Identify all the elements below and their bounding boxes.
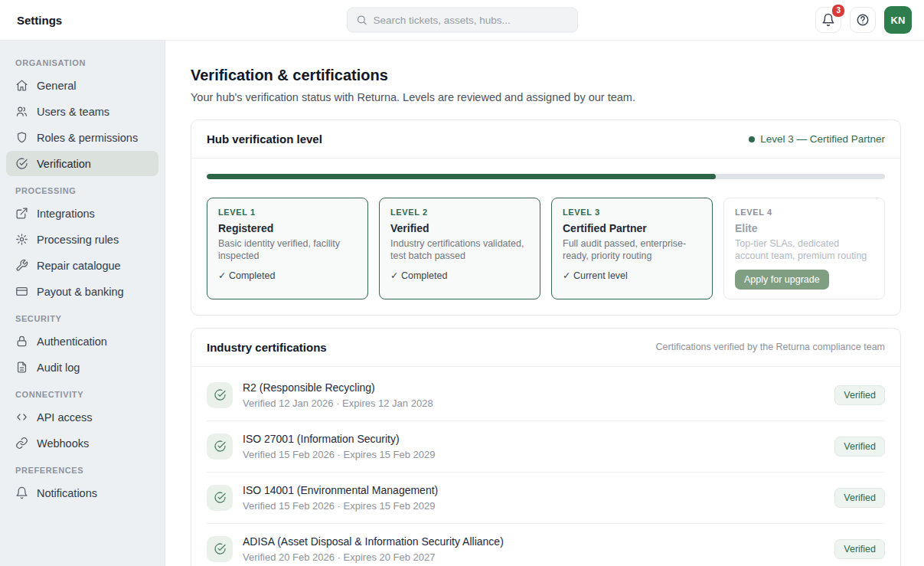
certification-name: R2 (Responsible Recycling)	[243, 381, 824, 394]
certification-text: R2 (Responsible Recycling)Verified 12 Ja…	[243, 381, 824, 409]
level-status: ✓ Current level	[563, 270, 701, 281]
current-level-status: Level 3 — Certified Partner	[749, 133, 885, 145]
sidebar-item-label: Payout & banking	[37, 286, 124, 298]
verified-badge: Verified	[834, 488, 885, 508]
sidebar-item-verification[interactable]: Verification	[6, 151, 158, 176]
top-bar: Settings 3 KN	[0, 0, 924, 41]
level-status: ✓ Completed	[390, 270, 529, 281]
sidebar-item-label: General	[37, 80, 77, 92]
level-card-3: LEVEL 3Certified PartnerFull audit passe…	[551, 198, 713, 299]
hub-verification-title: Hub verification level	[207, 133, 322, 146]
sidebar-item-notifications[interactable]: Notifications	[6, 480, 158, 505]
search-icon	[356, 15, 367, 26]
sidebar-item-label: Verification	[37, 158, 91, 170]
certification-dates: Verified 15 Feb 2026 · Expires 15 Feb 20…	[243, 500, 824, 512]
sidebar-item-roles-permissions[interactable]: Roles & permissions	[6, 125, 158, 150]
verified-badge: Verified	[834, 385, 885, 405]
users-icon	[15, 105, 28, 118]
sidebar: ORGANISATIONGeneralUsers & teamsRoles & …	[0, 41, 165, 566]
sidebar-item-webhooks[interactable]: Webhooks	[6, 430, 158, 456]
certification-dates: Verified 20 Feb 2026 · Expires 20 Feb 20…	[243, 551, 824, 563]
sidebar-item-integrations[interactable]: Integrations	[6, 201, 158, 226]
certification-text: ISO 14001 (Environmental Management)Veri…	[243, 484, 824, 512]
level-tag: LEVEL 1	[218, 208, 357, 217]
level-tag: LEVEL 4	[735, 208, 873, 217]
level-name: Certified Partner	[563, 222, 701, 234]
check-circle-icon	[15, 157, 28, 170]
level-description: Full audit passed, enterprise-ready, pri…	[563, 237, 701, 263]
global-search[interactable]	[347, 8, 578, 33]
verified-badge: Verified	[834, 437, 885, 456]
level-name: Elite	[735, 222, 873, 234]
sidebar-item-authentication[interactable]: Authentication	[6, 329, 158, 354]
sidebar-section-label: PROCESSING	[15, 186, 149, 195]
industry-certifications-card: Industry certifications Certifications v…	[191, 328, 901, 566]
certification-name: ISO 14001 (Environmental Management)	[243, 484, 824, 496]
certification-row: ISO 27001 (Information Security)Verified…	[207, 421, 885, 473]
sidebar-item-label: Users & teams	[37, 106, 109, 118]
notification-count-badge: 3	[831, 3, 846, 18]
user-avatar[interactable]: KN	[884, 6, 912, 34]
sidebar-section-label: CONNECTIVITY	[15, 390, 149, 399]
current-level-label: Level 3 — Certified Partner	[760, 133, 885, 145]
certification-row: ADISA (Asset Disposal & Information Secu…	[207, 524, 885, 566]
page-subtitle: Your hub's verification status with Retu…	[191, 91, 901, 103]
sidebar-item-label: Integrations	[37, 208, 95, 220]
level-card-1: LEVEL 1RegisteredBasic identity verified…	[207, 198, 368, 299]
certification-dates: Verified 15 Feb 2026 · Expires 15 Feb 20…	[243, 449, 824, 460]
compliance-note: Certifications verified by the Returna c…	[656, 342, 885, 352]
sidebar-item-label: Processing rules	[37, 234, 119, 246]
certification-text: ISO 27001 (Information Security)Verified…	[243, 433, 824, 460]
level-description: Industry certifications validated, test …	[390, 237, 529, 263]
industry-certifications-header: Industry certifications Certifications v…	[191, 329, 900, 367]
page-title: Verification & certifications	[191, 67, 901, 84]
level-status: ✓ Completed	[218, 270, 357, 281]
sidebar-item-api-access[interactable]: API access	[6, 404, 158, 430]
search-input[interactable]	[374, 15, 569, 26]
sidebar-section-label: SECURITY	[15, 314, 149, 323]
help-icon	[856, 13, 870, 27]
app-title: Settings	[17, 14, 62, 27]
verified-check-icon	[207, 485, 233, 511]
level-name: Registered	[218, 222, 357, 234]
level-card-2: LEVEL 2VerifiedIndustry certifications v…	[379, 198, 540, 299]
lock-icon	[15, 335, 28, 348]
sidebar-item-label: Webhooks	[37, 437, 89, 450]
sidebar-item-processing-rules[interactable]: Processing rules	[6, 227, 158, 252]
hub-verification-card-header: Hub verification level Level 3 — Certifi…	[191, 120, 900, 159]
hub-verification-card-body: LEVEL 1RegisteredBasic identity verified…	[191, 159, 900, 315]
certification-list: R2 (Responsible Recycling)Verified 12 Ja…	[191, 367, 900, 566]
sidebar-section-label: PREFERENCES	[15, 466, 149, 475]
notifications-button[interactable]: 3	[815, 7, 841, 33]
level-description: Top-tier SLAs, dedicated account team, p…	[735, 237, 873, 263]
level-description: Basic identity verified, facility inspec…	[218, 237, 357, 263]
link-icon	[15, 437, 28, 450]
topbar-actions: 3 KN	[815, 6, 912, 34]
wrench-icon	[15, 259, 28, 272]
help-button[interactable]	[850, 7, 876, 33]
sidebar-item-payout-banking[interactable]: Payout & banking	[6, 279, 158, 304]
main-content: Verification & certifications Your hub's…	[165, 41, 924, 566]
code-icon	[15, 411, 28, 424]
level-tag: LEVEL 3	[563, 208, 701, 217]
sidebar-item-audit-log[interactable]: Audit log	[6, 355, 158, 380]
level-name: Verified	[390, 222, 529, 234]
apply-for-upgrade-button[interactable]: Apply for upgrade	[735, 270, 829, 290]
certification-text: ADISA (Asset Disposal & Information Secu…	[243, 535, 824, 563]
sidebar-item-label: Notifications	[37, 487, 97, 499]
verification-progress-fill	[207, 174, 716, 179]
sidebar-item-users-teams[interactable]: Users & teams	[6, 99, 158, 124]
shield-icon	[15, 131, 28, 144]
verification-levels: LEVEL 1RegisteredBasic identity verified…	[207, 198, 885, 299]
bell-icon	[15, 486, 28, 499]
credit-card-icon	[15, 285, 28, 298]
verified-check-icon	[207, 433, 233, 460]
external-link-icon	[15, 207, 28, 220]
sidebar-item-general[interactable]: General	[6, 73, 158, 98]
certification-name: ISO 27001 (Information Security)	[243, 433, 824, 445]
level-tag: LEVEL 2	[390, 208, 529, 217]
sidebar-item-label: API access	[37, 411, 93, 424]
app-layout: ORGANISATIONGeneralUsers & teamsRoles & …	[0, 41, 924, 566]
certification-row: ISO 14001 (Environmental Management)Veri…	[207, 473, 885, 524]
sidebar-item-repair-catalogue[interactable]: Repair catalogue	[6, 253, 158, 278]
